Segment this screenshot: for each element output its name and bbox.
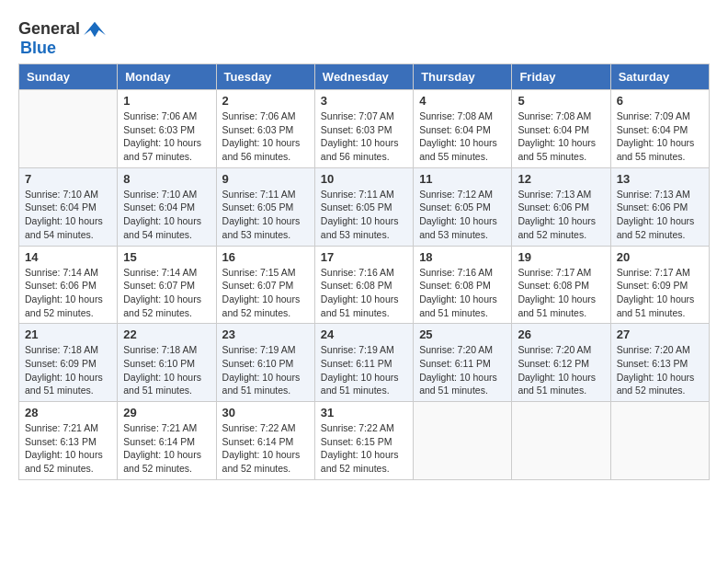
logo-bird-icon (82, 18, 108, 39)
day-number: 22 (123, 327, 210, 341)
calendar-cell: 19Sunrise: 7:17 AM Sunset: 6:08 PM Dayli… (512, 246, 610, 324)
calendar-cell (610, 402, 709, 480)
page-container: General Blue SundayMondayTuesdayWednesda… (18, 18, 710, 480)
day-number: 26 (518, 327, 604, 341)
day-info: Sunrise: 7:08 AM Sunset: 6:04 PM Dayligh… (419, 109, 506, 164)
calendar-week-row: 14Sunrise: 7:14 AM Sunset: 6:06 PM Dayli… (19, 246, 710, 324)
day-info: Sunrise: 7:20 AM Sunset: 6:13 PM Dayligh… (617, 343, 703, 397)
day-info: Sunrise: 7:13 AM Sunset: 6:06 PM Dayligh… (617, 188, 703, 242)
day-header-sunday: Sunday (19, 64, 118, 90)
calendar-cell: 9Sunrise: 7:11 AM Sunset: 6:05 PM Daylig… (216, 167, 314, 246)
day-info: Sunrise: 7:11 AM Sunset: 6:05 PM Dayligh… (321, 188, 407, 242)
day-header-saturday: Saturday (610, 64, 709, 90)
calendar-cell: 29Sunrise: 7:21 AM Sunset: 6:14 PM Dayli… (118, 402, 216, 480)
calendar-cell (414, 402, 512, 480)
day-number: 28 (25, 406, 111, 419)
day-header-wednesday: Wednesday (314, 64, 413, 90)
day-number: 30 (222, 406, 309, 419)
day-number: 8 (123, 172, 210, 186)
day-number: 7 (25, 172, 111, 186)
calendar-cell: 28Sunrise: 7:21 AM Sunset: 6:13 PM Dayli… (19, 402, 118, 480)
day-header-tuesday: Tuesday (216, 64, 314, 90)
calendar-cell: 31Sunrise: 7:22 AM Sunset: 6:15 PM Dayli… (314, 402, 413, 480)
day-info: Sunrise: 7:21 AM Sunset: 6:13 PM Dayligh… (25, 421, 111, 476)
calendar-cell: 17Sunrise: 7:16 AM Sunset: 6:08 PM Dayli… (314, 246, 413, 324)
day-number: 3 (321, 94, 407, 108)
day-number: 11 (419, 172, 506, 186)
calendar-table: SundayMondayTuesdayWednesdayThursdayFrid… (18, 63, 710, 480)
svg-marker-0 (84, 22, 106, 37)
day-info: Sunrise: 7:06 AM Sunset: 6:03 PM Dayligh… (222, 109, 309, 164)
day-number: 21 (25, 327, 111, 341)
day-number: 10 (321, 172, 407, 186)
calendar-cell: 15Sunrise: 7:14 AM Sunset: 6:07 PM Dayli… (118, 246, 216, 324)
calendar-cell: 2Sunrise: 7:06 AM Sunset: 6:03 PM Daylig… (216, 90, 314, 168)
calendar-cell: 10Sunrise: 7:11 AM Sunset: 6:05 PM Dayli… (314, 167, 413, 246)
calendar-cell: 13Sunrise: 7:13 AM Sunset: 6:06 PM Dayli… (610, 167, 709, 246)
calendar-week-row: 7Sunrise: 7:10 AM Sunset: 6:04 PM Daylig… (19, 167, 710, 246)
calendar-cell: 27Sunrise: 7:20 AM Sunset: 6:13 PM Dayli… (610, 324, 709, 402)
calendar-cell: 11Sunrise: 7:12 AM Sunset: 6:05 PM Dayli… (414, 167, 512, 246)
calendar-cell: 14Sunrise: 7:14 AM Sunset: 6:06 PM Dayli… (19, 246, 118, 324)
calendar-cell: 20Sunrise: 7:17 AM Sunset: 6:09 PM Dayli… (610, 246, 709, 324)
day-number: 14 (25, 250, 111, 264)
day-info: Sunrise: 7:22 AM Sunset: 6:15 PM Dayligh… (321, 421, 407, 476)
calendar-cell: 1Sunrise: 7:06 AM Sunset: 6:03 PM Daylig… (118, 90, 216, 168)
day-info: Sunrise: 7:13 AM Sunset: 6:06 PM Dayligh… (518, 188, 604, 242)
calendar-cell: 30Sunrise: 7:22 AM Sunset: 6:14 PM Dayli… (216, 402, 314, 480)
day-info: Sunrise: 7:14 AM Sunset: 6:07 PM Dayligh… (123, 266, 210, 320)
day-info: Sunrise: 7:19 AM Sunset: 6:10 PM Dayligh… (222, 343, 309, 397)
calendar-cell (19, 90, 118, 168)
day-number: 24 (321, 327, 407, 341)
calendar-cell: 25Sunrise: 7:20 AM Sunset: 6:11 PM Dayli… (414, 324, 512, 402)
day-header-monday: Monday (118, 64, 216, 90)
day-info: Sunrise: 7:18 AM Sunset: 6:10 PM Dayligh… (123, 343, 210, 397)
calendar-cell: 8Sunrise: 7:10 AM Sunset: 6:04 PM Daylig… (118, 167, 216, 246)
day-info: Sunrise: 7:10 AM Sunset: 6:04 PM Dayligh… (123, 188, 210, 242)
day-number: 27 (617, 327, 703, 341)
calendar-week-row: 1Sunrise: 7:06 AM Sunset: 6:03 PM Daylig… (19, 90, 710, 168)
calendar-cell: 7Sunrise: 7:10 AM Sunset: 6:04 PM Daylig… (19, 167, 118, 246)
logo-area: General Blue (18, 18, 108, 58)
day-number: 18 (419, 250, 506, 264)
day-info: Sunrise: 7:14 AM Sunset: 6:06 PM Dayligh… (25, 266, 111, 320)
calendar-header-row: SundayMondayTuesdayWednesdayThursdayFrid… (19, 64, 710, 90)
day-number: 15 (123, 250, 210, 264)
day-number: 31 (321, 406, 407, 419)
day-info: Sunrise: 7:16 AM Sunset: 6:08 PM Dayligh… (419, 266, 506, 320)
day-info: Sunrise: 7:11 AM Sunset: 6:05 PM Dayligh… (222, 188, 309, 242)
day-info: Sunrise: 7:19 AM Sunset: 6:11 PM Dayligh… (321, 343, 407, 397)
calendar-week-row: 21Sunrise: 7:18 AM Sunset: 6:09 PM Dayli… (19, 324, 710, 402)
day-number: 2 (222, 94, 309, 108)
day-info: Sunrise: 7:20 AM Sunset: 6:12 PM Dayligh… (518, 343, 604, 397)
day-number: 13 (617, 172, 703, 186)
day-info: Sunrise: 7:21 AM Sunset: 6:14 PM Dayligh… (123, 421, 210, 476)
calendar-cell: 24Sunrise: 7:19 AM Sunset: 6:11 PM Dayli… (314, 324, 413, 402)
day-number: 4 (419, 94, 506, 108)
logo-blue-text: Blue (18, 39, 56, 58)
day-info: Sunrise: 7:08 AM Sunset: 6:04 PM Dayligh… (518, 109, 604, 164)
calendar-cell: 6Sunrise: 7:09 AM Sunset: 6:04 PM Daylig… (610, 90, 709, 168)
day-info: Sunrise: 7:18 AM Sunset: 6:09 PM Dayligh… (25, 343, 111, 397)
calendar-week-row: 28Sunrise: 7:21 AM Sunset: 6:13 PM Dayli… (19, 402, 710, 480)
day-info: Sunrise: 7:09 AM Sunset: 6:04 PM Dayligh… (617, 109, 703, 164)
day-info: Sunrise: 7:22 AM Sunset: 6:14 PM Dayligh… (222, 421, 309, 476)
day-number: 19 (518, 250, 604, 264)
calendar-cell: 16Sunrise: 7:15 AM Sunset: 6:07 PM Dayli… (216, 246, 314, 324)
day-number: 5 (518, 94, 604, 108)
day-info: Sunrise: 7:15 AM Sunset: 6:07 PM Dayligh… (222, 266, 309, 320)
day-number: 1 (123, 94, 210, 108)
day-info: Sunrise: 7:12 AM Sunset: 6:05 PM Dayligh… (419, 188, 506, 242)
calendar-cell: 12Sunrise: 7:13 AM Sunset: 6:06 PM Dayli… (512, 167, 610, 246)
day-number: 20 (617, 250, 703, 264)
calendar-cell: 4Sunrise: 7:08 AM Sunset: 6:04 PM Daylig… (414, 90, 512, 168)
day-info: Sunrise: 7:17 AM Sunset: 6:08 PM Dayligh… (518, 266, 604, 320)
day-info: Sunrise: 7:06 AM Sunset: 6:03 PM Dayligh… (123, 109, 210, 164)
calendar-cell: 23Sunrise: 7:19 AM Sunset: 6:10 PM Dayli… (216, 324, 314, 402)
calendar-cell: 3Sunrise: 7:07 AM Sunset: 6:03 PM Daylig… (314, 90, 413, 168)
day-info: Sunrise: 7:17 AM Sunset: 6:09 PM Dayligh… (617, 266, 703, 320)
day-info: Sunrise: 7:07 AM Sunset: 6:03 PM Dayligh… (321, 109, 407, 164)
day-number: 16 (222, 250, 309, 264)
calendar-cell: 22Sunrise: 7:18 AM Sunset: 6:10 PM Dayli… (118, 324, 216, 402)
day-number: 9 (222, 172, 309, 186)
